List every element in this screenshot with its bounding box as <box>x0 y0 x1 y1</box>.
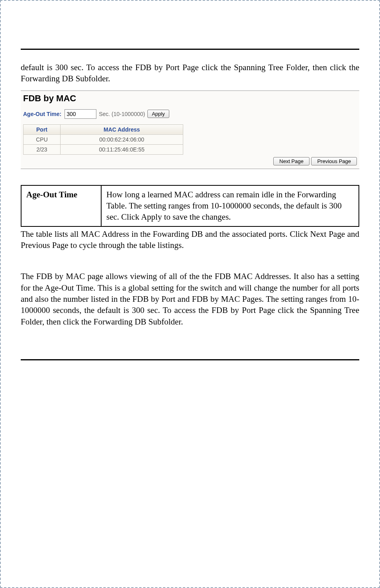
intro-paragraph: default is 300 sec. To access the FDB by… <box>21 62 359 85</box>
cell-port: 2/23 <box>24 144 61 154</box>
table-row: Age-Out Time How long a learned MAC addr… <box>21 185 359 226</box>
header-mac: MAC Address <box>61 124 183 134</box>
document-page: default is 300 sec. To access the FDB by… <box>0 0 380 588</box>
age-out-controls: Age-Out Time: Sec. (10-1000000) Apply <box>23 109 357 119</box>
age-out-label: Age-Out Time: <box>23 111 61 117</box>
cell-mac: 00:11:25:46:0E:55 <box>61 144 183 154</box>
field-name-cell: Age-Out Time <box>21 185 101 226</box>
fdb-by-mac-panel: FDB by MAC Age-Out Time: Sec. (10-100000… <box>21 90 359 169</box>
cell-mac: 00:00:62:24:06:00 <box>61 134 183 144</box>
top-rule <box>21 49 359 50</box>
cell-port: CPU <box>24 134 61 144</box>
after-table-paragraph: The table lists all MAC Address in the F… <box>21 228 359 251</box>
final-paragraph: The FDB by MAC page allows viewing of al… <box>21 271 359 327</box>
apply-button[interactable]: Apply <box>147 110 169 118</box>
fdb-table: Port MAC Address CPU 00:00:62:24:06:00 2… <box>23 124 183 155</box>
header-port: Port <box>24 124 61 134</box>
table-header-row: Port MAC Address <box>24 124 183 134</box>
previous-page-button[interactable]: Previous Page <box>311 157 357 165</box>
next-page-button[interactable]: Next Page <box>273 157 309 165</box>
bottom-rule <box>21 359 359 360</box>
field-description-table: Age-Out Time How long a learned MAC addr… <box>21 185 359 227</box>
age-out-hint: Sec. (10-1000000) <box>99 111 145 117</box>
field-desc-cell: How long a learned MAC address can remai… <box>101 185 359 226</box>
table-row: CPU 00:00:62:24:06:00 <box>24 134 183 144</box>
age-out-input[interactable] <box>65 109 96 119</box>
fdb-title: FDB by MAC <box>23 93 357 104</box>
pager: Next Page Previous Page <box>23 157 357 165</box>
table-row: 2/23 00:11:25:46:0E:55 <box>24 144 183 154</box>
